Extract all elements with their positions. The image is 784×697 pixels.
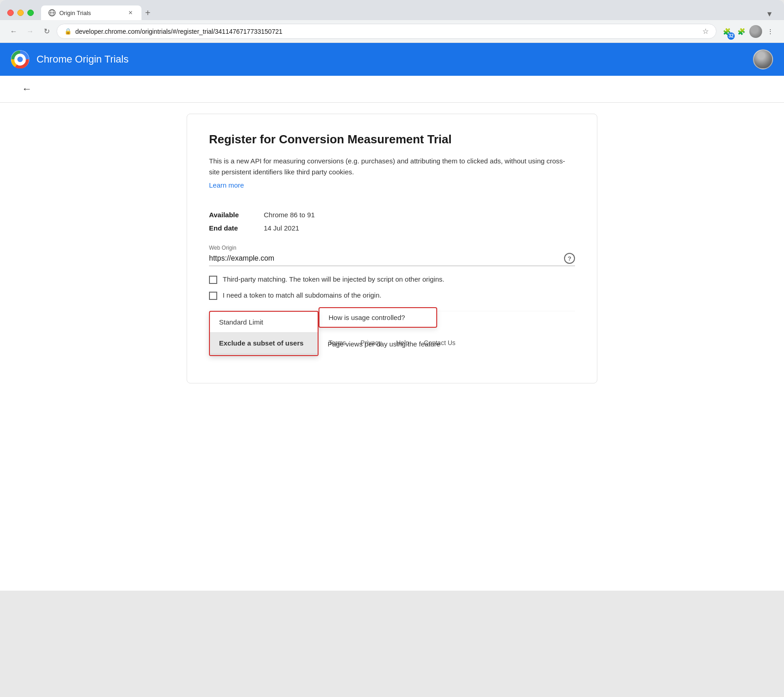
third-party-checkbox[interactable] [209, 276, 217, 284]
tab-favicon-icon [48, 9, 56, 16]
puzzle-icon-button[interactable]: 🧩 [735, 25, 747, 38]
browser-toolbar-right: 🧩 32 🧩 ⋮ [720, 25, 777, 38]
sub-header: ← [0, 76, 784, 103]
end-date-value: 14 Jul 2021 [264, 224, 299, 232]
card-description: This is a new API for measuring conversi… [209, 156, 575, 178]
page-content: Chrome Origin Trials ← Register for Conv… [0, 43, 784, 591]
third-party-label: Third-party matching. The token will be … [223, 275, 444, 283]
app-title: Chrome Origin Trials [37, 53, 129, 65]
page-views-row: Page views per day using the feature [319, 335, 449, 353]
forward-button[interactable]: → [24, 25, 37, 38]
minimize-traffic-light[interactable] [17, 10, 24, 16]
web-origin-label: Web Origin [209, 245, 575, 251]
reload-button[interactable]: ↻ [40, 25, 53, 38]
main-card: Register for Conversion Measurement Tria… [187, 114, 597, 383]
subdomain-label: I need a token to match all subdomains o… [223, 291, 382, 299]
help-icon[interactable]: ? [564, 253, 575, 264]
learn-more-link[interactable]: Learn more [209, 181, 244, 189]
info-table: Available Chrome 86 to 91 End date 14 Ju… [209, 211, 575, 232]
menu-button[interactable]: ⋮ [764, 25, 777, 38]
exclude-users-option[interactable]: Exclude a subset of users [210, 333, 318, 353]
subdomain-checkbox-row: I need a token to match all subdomains o… [209, 291, 575, 300]
web-origin-group: Web Origin ? [209, 245, 575, 266]
third-party-checkbox-row: Third-party matching. The token will be … [209, 275, 575, 284]
header-user-avatar[interactable] [753, 49, 773, 69]
bookmark-icon[interactable]: ☆ [702, 27, 709, 36]
active-tab[interactable]: Origin Trials ✕ [41, 5, 141, 20]
fullscreen-traffic-light[interactable] [27, 10, 34, 16]
dropdown-section: Usage limit Standard Limit Exclude a sub… [209, 311, 575, 325]
chrome-logo-icon [11, 50, 29, 68]
tab-bar: Origin Trials ✕ + ▼ [41, 5, 777, 20]
app-header: Chrome Origin Trials [0, 43, 784, 76]
tab-title: Origin Trials [59, 10, 123, 16]
app-header-left: Chrome Origin Trials [11, 50, 129, 68]
extensions-button[interactable]: 🧩 32 [720, 25, 733, 38]
traffic-lights [7, 10, 34, 16]
available-label: Available [209, 211, 264, 219]
back-button[interactable]: ← [7, 25, 20, 38]
extensions-count: 32 [727, 32, 735, 40]
web-origin-input[interactable] [209, 254, 564, 262]
end-date-row: End date 14 Jul 2021 [209, 224, 575, 232]
lock-icon: 🔒 [64, 28, 72, 35]
url-text: developer.chrome.com/origintrials/#/regi… [75, 28, 699, 35]
dropdown-popup: Standard Limit Exclude a subset of users [209, 311, 319, 356]
subdomain-checkbox[interactable] [209, 292, 217, 300]
user-avatar[interactable] [749, 25, 762, 38]
tab-close-button[interactable]: ✕ [127, 9, 134, 16]
close-traffic-light[interactable] [7, 10, 14, 16]
back-navigation-button[interactable]: ← [22, 83, 32, 95]
browser-frame: Origin Trials ✕ + ▼ ← → ↻ 🔒 developer.ch… [0, 0, 784, 591]
address-bar: ← → ↻ 🔒 developer.chrome.com/origintrial… [0, 20, 784, 43]
how-usage-label: How is usage controlled? [329, 314, 405, 321]
browser-titlebar: Origin Trials ✕ + ▼ [0, 0, 784, 20]
end-date-label: End date [209, 224, 264, 232]
standard-limit-option[interactable]: Standard Limit [210, 312, 318, 333]
page-title: Register for Conversion Measurement Tria… [209, 132, 575, 147]
svg-point-5 [17, 57, 23, 62]
web-origin-input-row: ? [209, 253, 575, 266]
page-views-label: Page views per day using the feature [328, 340, 440, 348]
available-row: Available Chrome 86 to 91 [209, 211, 575, 219]
url-bar[interactable]: 🔒 developer.chrome.com/origintrials/#/re… [57, 24, 716, 39]
how-usage-controlled-box: How is usage controlled? [319, 307, 437, 328]
available-value: Chrome 86 to 91 [264, 211, 315, 219]
new-tab-button[interactable]: + [141, 6, 154, 20]
tab-overflow-button[interactable]: ▼ [762, 8, 777, 20]
